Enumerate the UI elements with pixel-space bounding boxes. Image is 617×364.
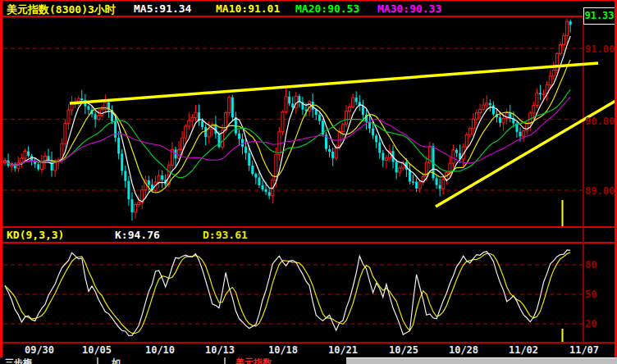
window-frame-top	[0, 0, 617, 1]
price-label-90: 90.00	[585, 116, 615, 127]
taskbar-item-1[interactable]: 三步梅	[2, 357, 96, 364]
date-label: 11/02	[509, 344, 538, 356]
date-label: 09/30	[25, 344, 54, 356]
taskbar: 三步梅 如 美元指数	[0, 357, 617, 364]
kd-label-50: 50	[585, 289, 596, 300]
taskbar-item-3-label: 美元指数	[235, 358, 272, 364]
chart-canvas[interactable]	[0, 0, 617, 364]
taskbar-tray[interactable]	[346, 357, 617, 364]
date-label: 11/07	[569, 344, 599, 356]
kd-label-20: 20	[585, 318, 596, 330]
kd-k-value: K:94.76	[115, 229, 160, 241]
price-label-91: 91.00	[585, 43, 615, 55]
taskbar-item-2-label: 如	[112, 358, 121, 364]
date-label: 10/05	[82, 344, 112, 356]
kd-indicator-label[interactable]: KD(9,3,3)	[7, 229, 64, 241]
taskbar-item-3[interactable]: 美元指数	[226, 357, 345, 364]
taskbar-item-2[interactable]: 如	[98, 357, 223, 364]
date-label: 10/21	[328, 344, 358, 356]
kd-label-80: 80	[585, 259, 596, 271]
date-label: 10/18	[268, 344, 298, 356]
kd-header: KD(9,3,3) K:94.76 D:93.61	[0, 228, 617, 242]
kd-d-value: D:93.61	[203, 229, 248, 241]
date-label: 10/10	[145, 344, 175, 356]
window-frame-left	[0, 0, 2, 357]
date-axis[interactable]: 09/3010/0510/1010/1310/1810/2110/2510/28…	[0, 344, 617, 356]
date-label: 10/13	[205, 344, 235, 356]
terminal-window: 美元指数(8300)3小时 MA5:91.34 MA10:91.01 MA20:…	[0, 0, 617, 364]
price-label-89: 89.00	[585, 185, 615, 197]
date-label: 10/25	[389, 344, 418, 356]
date-label: 10/28	[449, 344, 478, 356]
current-price-badge: 91.33	[583, 7, 615, 25]
kd-lines	[5, 250, 570, 335]
taskbar-divider-2	[224, 357, 226, 364]
grid-lines	[3, 48, 583, 324]
taskbar-item-1-label: 三步梅	[5, 358, 32, 364]
